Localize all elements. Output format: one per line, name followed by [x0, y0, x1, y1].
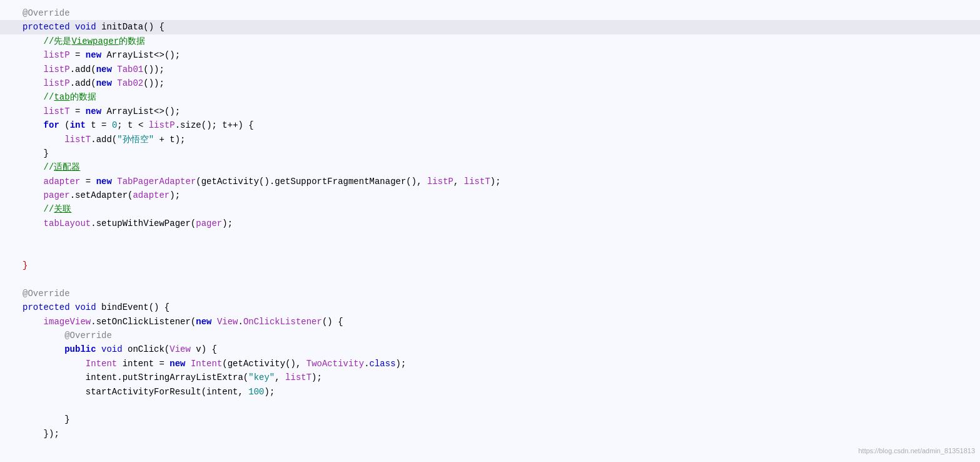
annotation-2: @Override [23, 289, 70, 299]
code-line-16: tabLayout.setupWithViewPager(pager); [0, 217, 980, 230]
code-line-3: //先是Viewpager的数据 [0, 34, 980, 48]
code-line-21: @Override [0, 287, 980, 300]
code-line-30: } [0, 413, 980, 426]
code-line-13: adapter = new TabPagerAdapter(getActivit… [0, 175, 980, 188]
code-line-18 [0, 245, 980, 259]
code-line-1: @Override [0, 6, 980, 20]
code-line-31: }); [0, 427, 980, 441]
code-line-15: //关联 [0, 202, 980, 216]
code-line-12: //适配器 [0, 160, 980, 174]
code-line-25: public void onClick(View v) { [0, 342, 980, 356]
code-line-22: protected void bindEvent() { [0, 300, 980, 314]
annotation-1: @Override [23, 8, 70, 18]
code-line-17 [0, 230, 980, 244]
code-line-2: protected void initData() { [0, 20, 980, 34]
code-line-8: listT = new ArrayList<>(); [0, 105, 980, 118]
code-line-10: listT.add("孙悟空" + t); [0, 133, 980, 146]
code-line-24: @Override [0, 329, 980, 342]
code-line-14: pager.setAdapter(adapter); [0, 188, 980, 202]
code-line-19: } [0, 259, 980, 272]
code-line-27: intent.putStringArrayListExtra("key", li… [0, 371, 980, 384]
code-line-9: for (int t = 0; t < listP.size(); t++) { [0, 118, 980, 132]
keyword-protected-1: protected [23, 22, 70, 32]
code-line-6: listP.add(new Tab02()); [0, 76, 980, 90]
code-line-32 [0, 441, 980, 454]
code-line-23: imageView.setOnClickListener(new View.On… [0, 315, 980, 329]
code-line-26: Intent intent = new Intent(getActivity()… [0, 357, 980, 371]
code-line-29 [0, 399, 980, 413]
code-line-4: listP = new ArrayList<>(); [0, 48, 980, 62]
code-line-20 [0, 272, 980, 286]
code-line-7: //tab的数据 [0, 90, 980, 104]
code-line-28: startActivityForResult(intent, 100); [0, 385, 980, 399]
code-editor: @Override protected void initData() { //… [0, 0, 980, 462]
annotation-3: @Override [64, 331, 112, 341]
code-line-11: } [0, 146, 980, 160]
watermark: https://blog.csdn.net/admin_81351813 [858, 446, 975, 457]
code-line-5: listP.add(new Tab01()); [0, 63, 980, 76]
